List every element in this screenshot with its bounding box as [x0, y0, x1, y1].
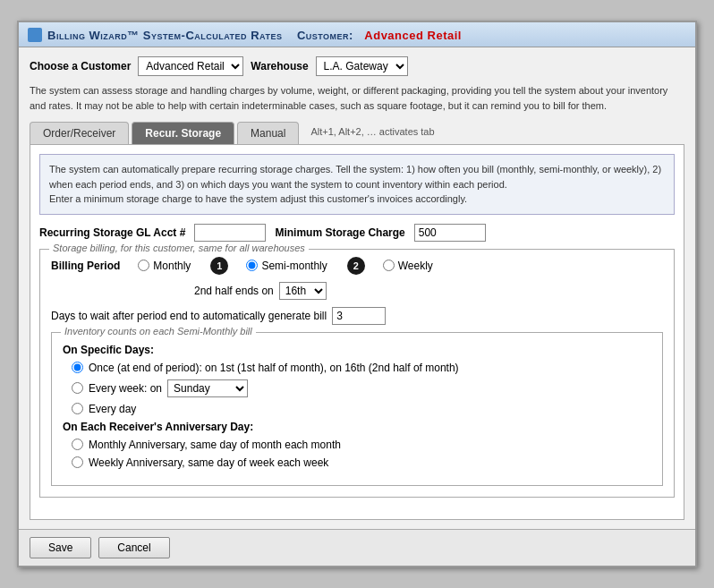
billing-monthly-label: Monthly — [153, 260, 191, 272]
every-week-radio[interactable] — [72, 382, 83, 394]
title-prefix: Billing Wizard™ System-Calculated Rates — [47, 29, 282, 42]
second-half-label: 2nd half ends on — [194, 285, 274, 297]
save-button[interactable]: Save — [30, 537, 91, 558]
billing-weekly-radio[interactable] — [383, 260, 395, 271]
every-week-row: Every week: on Sunday Monday Tuesday Wed… — [72, 379, 651, 397]
customer-label: Choose a Customer — [30, 60, 131, 72]
tab-hint: Alt+1, Alt+2, … activates tab — [310, 126, 434, 140]
days-wait-label: Days to wait after period end to automat… — [51, 310, 327, 322]
monthly-anniversary-row: Monthly Anniversary, same day of month e… — [72, 439, 651, 451]
cancel-button[interactable]: Cancel — [98, 537, 169, 558]
billing-weekly-option[interactable]: Weekly — [383, 260, 433, 272]
info-box: The system can automatically prepare rec… — [39, 154, 675, 215]
customer-warehouse-row: Choose a Customer Advanced Retail Wareho… — [30, 56, 684, 76]
tab-manual[interactable]: Manual — [237, 122, 299, 144]
footer-bar: Save Cancel — [19, 529, 695, 566]
title-bar: Billing Wizard™ System-Calculated Rates … — [19, 22, 695, 47]
storage-billing-legend: Storage billing, for this customer, same… — [49, 243, 309, 253]
content-area: Choose a Customer Advanced Retail Wareho… — [19, 47, 695, 529]
days-wait-input[interactable] — [332, 307, 386, 325]
min-charge-input[interactable] — [414, 224, 486, 242]
min-charge-label: Minimum Storage Charge — [275, 226, 404, 239]
billing-weekly-label: Weekly — [398, 260, 433, 272]
app-icon — [28, 28, 42, 42]
every-day-radio[interactable] — [72, 403, 83, 414]
every-day-row: Every day — [72, 403, 651, 415]
monthly-anniversary-radio[interactable] — [72, 439, 83, 450]
title-text: Billing Wizard™ System-Calculated Rates … — [47, 29, 462, 42]
weekly-anniversary-radio[interactable] — [72, 456, 83, 468]
inventory-legend: Inventory counts on each Semi-Monthly bi… — [61, 326, 256, 337]
once-period-row: Once (at end of period): on 1st (1st hal… — [72, 362, 651, 374]
gl-min-charge-row: Recurring Storage GL Acct # Minimum Stor… — [39, 224, 675, 242]
storage-billing-group: Storage billing, for this customer, same… — [39, 249, 675, 498]
inventory-section: Inventory counts on each Semi-Monthly bi… — [51, 332, 663, 486]
tab-order-receiver[interactable]: Order/Receiver — [30, 122, 129, 144]
warehouse-label: Warehouse — [251, 60, 308, 72]
badge-1: 1 — [210, 257, 228, 275]
tab-recur-storage[interactable]: Recur. Storage — [132, 122, 234, 144]
on-specific-days-label: On Specific Days: — [63, 344, 651, 356]
once-period-label: Once (at end of period): on 1st (1st hal… — [89, 362, 459, 374]
weekly-anniversary-row: Weekly Anniversary, same day of week eac… — [72, 456, 651, 469]
on-anniversary-label: On Each Receiver's Anniversary Day: — [63, 421, 651, 433]
billing-period-label: Billing Period — [51, 260, 120, 272]
warehouse-select[interactable]: L.A. Gateway — [316, 56, 408, 76]
tabs-row: Order/Receiver Recur. Storage Manual Alt… — [30, 122, 684, 144]
header-description: The system can assess storage and handli… — [30, 83, 684, 113]
every-week-label: Every week: on — [89, 382, 162, 395]
gl-acct-label: Recurring Storage GL Acct # — [39, 226, 185, 239]
billing-monthly-radio[interactable] — [138, 260, 149, 271]
every-day-label: Every day — [89, 403, 136, 415]
day-of-week-select[interactable]: Sunday Monday Tuesday Wednesday Thursday… — [167, 379, 248, 397]
second-half-select[interactable]: 1st2nd3rd4th 5th6th7th8th 9th10th11th12t… — [279, 282, 327, 300]
gl-acct-input[interactable] — [194, 224, 266, 242]
billing-semimonthly-label: Semi-monthly — [261, 260, 327, 272]
once-period-radio[interactable] — [72, 362, 83, 373]
tab-panel-recur-storage: The system can automatically prepare rec… — [30, 144, 684, 520]
days-wait-row: Days to wait after period end to automat… — [51, 307, 663, 325]
billing-monthly-option[interactable]: Monthly — [138, 260, 191, 272]
second-half-row: 2nd half ends on 1st2nd3rd4th 5th6th7th8… — [194, 282, 663, 300]
title-customer-name: Advanced Retail — [364, 29, 462, 42]
main-window: Billing Wizard™ System-Calculated Rates … — [17, 21, 697, 567]
customer-select[interactable]: Advanced Retail — [138, 56, 243, 76]
billing-semimonthly-option[interactable]: Semi-monthly — [246, 260, 327, 272]
weekly-anniversary-label: Weekly Anniversary, same day of week eac… — [89, 456, 328, 469]
billing-period-row: Billing Period Monthly 1 Semi-monthly 2 … — [51, 257, 663, 275]
badge-2: 2 — [347, 257, 365, 275]
billing-semimonthly-radio[interactable] — [246, 260, 258, 271]
monthly-anniversary-label: Monthly Anniversary, same day of month e… — [89, 439, 341, 451]
title-customer-label: Customer: — [297, 29, 353, 42]
